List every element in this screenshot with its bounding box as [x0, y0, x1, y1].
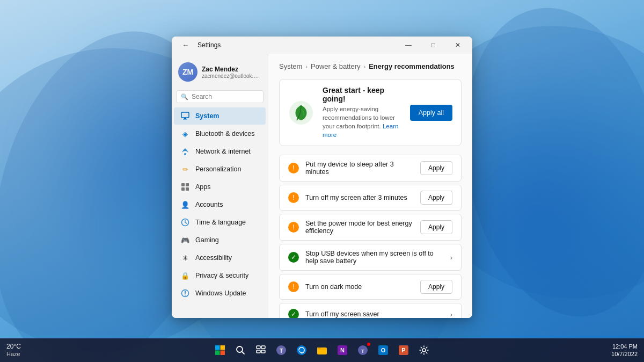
teams-notification-badge	[367, 343, 370, 346]
svg-point-15	[185, 295, 186, 296]
screen-saver-done-icon: ✓	[288, 309, 299, 318]
sidebar-item-apps[interactable]: Apps	[174, 178, 266, 196]
svg-text:P: P	[401, 347, 405, 353]
svg-point-8	[184, 153, 186, 155]
weather-temp: 20°C	[6, 343, 21, 350]
start-button[interactable]	[211, 342, 229, 359]
task-view-button[interactable]	[252, 342, 269, 359]
usb-label: Stop USB devices when my screen is off t…	[305, 250, 444, 265]
clock-date: 10/7/2022	[611, 350, 638, 358]
sidebar-label-system: System	[195, 112, 219, 120]
sidebar-label-time: Time & language	[195, 219, 246, 226]
search-input[interactable]	[192, 93, 259, 100]
teams-taskbar-button[interactable]: T	[354, 342, 371, 359]
sidebar-item-windows-update[interactable]: Windows Update	[174, 285, 266, 302]
taskbar-left: 20°C Haze	[6, 343, 25, 358]
breadcrumb-energy: Energy recommendations	[369, 62, 455, 70]
sidebar-item-bluetooth[interactable]: ◈ Bluetooth & devices	[174, 125, 266, 142]
sidebar-item-privacy[interactable]: 🔒 Privacy & security	[174, 267, 266, 284]
svg-rect-11	[181, 187, 185, 191]
breadcrumb-power-battery[interactable]: Power & battery	[311, 62, 361, 70]
sidebar-label-bluetooth: Bluetooth & devices	[195, 130, 255, 137]
search-icon: 🔍	[181, 93, 188, 100]
onenote-taskbar-button[interactable]: N	[334, 342, 351, 359]
search-box[interactable]: 🔍	[176, 90, 264, 103]
svg-rect-25	[257, 350, 260, 353]
user-email: zacmendez@outlook.com	[202, 73, 261, 79]
maximize-button[interactable]: □	[421, 37, 445, 54]
file-explorer-button[interactable]	[313, 342, 331, 359]
taskbar-clock[interactable]: 12:04 PM 10/7/2022	[611, 343, 638, 358]
power-mode-warning-icon: !	[288, 222, 299, 233]
back-button[interactable]: ←	[178, 38, 193, 53]
sidebar-label-apps: Apps	[195, 183, 211, 191]
user-info: Zac Mendez zacmendez@outlook.com	[202, 66, 261, 79]
sidebar: ZM Zac Mendez zacmendez@outlook.com 🔍 Sy…	[172, 54, 268, 318]
avatar: ZM	[178, 62, 197, 82]
sleep-label: Put my device to sleep after 3 minutes	[305, 161, 414, 176]
taskbar-center: T N	[211, 342, 433, 359]
svg-rect-12	[186, 187, 189, 191]
settings-window: ← Settings — □ ✕ ZM Zac Mendez zacmendez…	[172, 37, 472, 318]
screen-off-apply-button[interactable]: Apply	[420, 191, 452, 205]
accessibility-icon: ✳	[180, 253, 190, 263]
main-content: System › Power & battery › Energy recomm…	[268, 54, 472, 318]
edge-taskbar-button[interactable]	[293, 342, 310, 359]
sleep-warning-icon: !	[288, 163, 299, 173]
dark-mode-apply-button[interactable]: Apply	[420, 280, 452, 294]
breadcrumb-sep-1: ›	[305, 63, 308, 70]
sidebar-item-network[interactable]: Network & internet	[174, 143, 266, 160]
dark-mode-label: Turn on dark mode	[305, 283, 414, 291]
rec-screen-saver[interactable]: ✓ Turn off my screen saver ›	[279, 303, 462, 318]
breadcrumb-sep-2: ›	[364, 63, 366, 70]
sleep-apply-button[interactable]: Apply	[420, 161, 452, 175]
sidebar-label-accounts: Accounts	[195, 201, 223, 208]
user-name: Zac Mendez	[202, 66, 261, 73]
screen-saver-chevron-icon: ›	[450, 310, 452, 318]
breadcrumb-system[interactable]: System	[279, 62, 302, 70]
sidebar-label-privacy: Privacy & security	[195, 272, 248, 279]
svg-rect-5	[181, 112, 189, 118]
rec-dark-mode: ! Turn on dark mode Apply	[279, 274, 462, 300]
weather-widget[interactable]: 20°C Haze	[6, 343, 21, 358]
time-icon	[180, 218, 190, 227]
chat-button[interactable]: T	[273, 342, 290, 359]
rec-usb[interactable]: ✓ Stop USB devices when my screen is off…	[279, 244, 462, 271]
svg-rect-21	[221, 351, 225, 356]
personalization-icon: ✏	[180, 164, 190, 174]
recommendations-list: ! Put my device to sleep after 3 minutes…	[279, 155, 462, 318]
hero-description: Apply energy-saving recommendations to l…	[323, 105, 401, 139]
sidebar-item-time[interactable]: Time & language	[174, 214, 266, 231]
user-section[interactable]: ZM Zac Mendez zacmendez@outlook.com	[172, 58, 268, 88]
svg-rect-18	[215, 345, 220, 350]
svg-text:N: N	[340, 347, 345, 353]
sidebar-item-accounts[interactable]: 👤 Accounts	[174, 196, 266, 213]
settings-taskbar-button[interactable]	[415, 342, 433, 359]
usb-done-icon: ✓	[288, 252, 299, 263]
power-mode-apply-button[interactable]: Apply	[420, 220, 452, 234]
svg-rect-9	[181, 183, 185, 186]
hero-title: Great start - keep going!	[323, 86, 401, 103]
apply-all-button[interactable]: Apply all	[410, 105, 452, 121]
privacy-icon: 🔒	[180, 271, 190, 280]
powerpoint-taskbar-button[interactable]: P	[395, 342, 412, 359]
title-bar: ← Settings — □ ✕	[172, 37, 472, 54]
close-button[interactable]: ✕	[445, 37, 470, 54]
sidebar-label-personalization: Personalization	[195, 165, 241, 173]
sidebar-item-accessibility[interactable]: ✳ Accessibility	[174, 249, 266, 266]
dark-mode-warning-icon: !	[288, 281, 299, 292]
svg-rect-26	[261, 350, 265, 353]
gaming-icon: 🎮	[180, 235, 190, 245]
power-mode-label: Set the power mode for best energy effic…	[305, 220, 414, 235]
svg-point-39	[422, 349, 426, 352]
sidebar-item-system[interactable]: System	[174, 107, 266, 125]
energy-leaf-icon	[288, 100, 314, 126]
taskbar-search-button[interactable]	[232, 342, 249, 359]
outlook-taskbar-button[interactable]: O	[375, 342, 392, 359]
sidebar-item-personalization[interactable]: ✏ Personalization	[174, 161, 266, 178]
screen-off-label: Turn off my screen after 3 minutes	[305, 194, 414, 201]
sidebar-label-windows-update: Windows Update	[195, 289, 246, 297]
minimize-button[interactable]: —	[396, 37, 421, 54]
svg-text:T: T	[280, 348, 283, 354]
sidebar-item-gaming[interactable]: 🎮 Gaming	[174, 231, 266, 249]
